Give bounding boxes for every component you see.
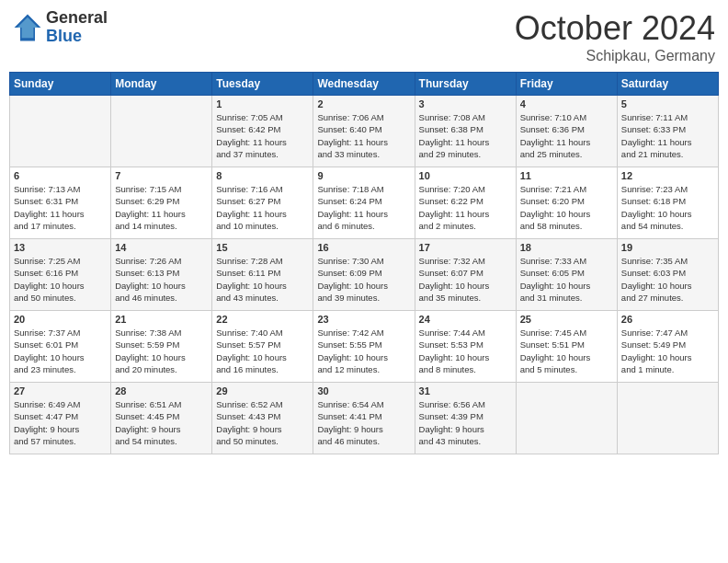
week-row: 27Sunrise: 6:49 AM Sunset: 4:47 PM Dayli… [10,383,719,454]
calendar-cell [516,383,617,454]
day-header-tuesday: Tuesday [212,73,313,96]
logo-icon [13,13,42,42]
day-number: 11 [520,170,613,181]
header-row: SundayMondayTuesdayWednesdayThursdayFrid… [10,73,719,96]
calendar-cell: 16Sunrise: 7:30 AM Sunset: 6:09 PM Dayli… [313,239,415,311]
day-number: 4 [520,98,613,109]
day-info: Sunrise: 7:05 AM Sunset: 6:42 PM Dayligh… [216,111,309,160]
calendar-cell: 3Sunrise: 7:08 AM Sunset: 6:38 PM Daylig… [415,96,516,167]
logo-general: General [46,9,108,28]
day-info: Sunrise: 7:38 AM Sunset: 5:59 PM Dayligh… [115,327,208,375]
calendar-cell: 7Sunrise: 7:15 AM Sunset: 6:29 PM Daylig… [111,167,212,239]
day-header-thursday: Thursday [415,73,516,96]
calendar-cell [111,96,212,167]
day-info: Sunrise: 7:20 AM Sunset: 6:22 PM Dayligh… [419,183,512,232]
day-info: Sunrise: 7:06 AM Sunset: 6:40 PM Dayligh… [317,111,410,160]
day-number: 15 [216,242,309,253]
day-number: 20 [14,314,107,325]
calendar-cell [617,383,718,454]
day-number: 23 [317,314,410,325]
calendar-cell: 11Sunrise: 7:21 AM Sunset: 6:20 PM Dayli… [516,167,617,239]
day-info: Sunrise: 6:54 AM Sunset: 4:41 PM Dayligh… [317,398,410,447]
day-number: 7 [115,170,208,181]
calendar-cell: 20Sunrise: 7:37 AM Sunset: 6:01 PM Dayli… [10,311,111,383]
calendar-cell: 4Sunrise: 7:10 AM Sunset: 6:36 PM Daylig… [516,96,617,167]
day-number: 18 [520,242,613,253]
day-header-saturday: Saturday [617,73,718,96]
day-info: Sunrise: 6:52 AM Sunset: 4:43 PM Dayligh… [216,398,309,447]
day-number: 30 [317,385,410,396]
day-header-friday: Friday [516,73,617,96]
day-info: Sunrise: 6:49 AM Sunset: 4:47 PM Dayligh… [14,398,107,447]
week-row: 6Sunrise: 7:13 AM Sunset: 6:31 PM Daylig… [10,167,719,239]
day-number: 29 [216,385,309,396]
day-number: 31 [419,385,512,396]
day-info: Sunrise: 7:25 AM Sunset: 6:16 PM Dayligh… [14,255,107,304]
day-number: 22 [216,314,309,325]
day-number: 17 [419,242,512,253]
day-number: 19 [621,242,714,253]
calendar-cell: 5Sunrise: 7:11 AM Sunset: 6:33 PM Daylig… [617,96,718,167]
logo-blue: Blue [46,28,108,46]
day-number: 16 [317,242,410,253]
day-number: 26 [621,314,714,325]
calendar-cell: 31Sunrise: 6:56 AM Sunset: 4:39 PM Dayli… [415,383,516,454]
calendar-cell: 13Sunrise: 7:25 AM Sunset: 6:16 PM Dayli… [10,239,111,311]
day-number: 21 [115,314,208,325]
calendar-cell: 22Sunrise: 7:40 AM Sunset: 5:57 PM Dayli… [212,311,313,383]
calendar-cell: 6Sunrise: 7:13 AM Sunset: 6:31 PM Daylig… [10,167,111,239]
calendar-cell: 23Sunrise: 7:42 AM Sunset: 5:55 PM Dayli… [313,311,415,383]
calendar-cell [10,96,111,167]
day-number: 13 [14,242,107,253]
day-info: Sunrise: 7:32 AM Sunset: 6:07 PM Dayligh… [419,255,512,304]
day-info: Sunrise: 7:11 AM Sunset: 6:33 PM Dayligh… [621,111,714,160]
calendar-cell: 29Sunrise: 6:52 AM Sunset: 4:43 PM Dayli… [212,383,313,454]
day-info: Sunrise: 7:10 AM Sunset: 6:36 PM Dayligh… [520,111,613,160]
day-number: 6 [14,170,107,181]
calendar-cell: 9Sunrise: 7:18 AM Sunset: 6:24 PM Daylig… [313,167,415,239]
calendar-cell: 17Sunrise: 7:32 AM Sunset: 6:07 PM Dayli… [415,239,516,311]
day-number: 24 [419,314,512,325]
day-info: Sunrise: 7:33 AM Sunset: 6:05 PM Dayligh… [520,255,613,304]
week-row: 1Sunrise: 7:05 AM Sunset: 6:42 PM Daylig… [10,96,719,167]
location: Schipkau, Germany [515,48,715,64]
calendar-cell: 25Sunrise: 7:45 AM Sunset: 5:51 PM Dayli… [516,311,617,383]
calendar-cell: 24Sunrise: 7:44 AM Sunset: 5:53 PM Dayli… [415,311,516,383]
day-number: 1 [216,98,309,109]
page-header: General Blue October 2024 Schipkau, Germ… [9,9,719,64]
day-info: Sunrise: 7:08 AM Sunset: 6:38 PM Dayligh… [419,111,512,160]
day-number: 28 [115,385,208,396]
calendar-cell: 28Sunrise: 6:51 AM Sunset: 4:45 PM Dayli… [111,383,212,454]
day-info: Sunrise: 7:37 AM Sunset: 6:01 PM Dayligh… [14,327,107,375]
calendar-cell: 14Sunrise: 7:26 AM Sunset: 6:13 PM Dayli… [111,239,212,311]
calendar-cell: 26Sunrise: 7:47 AM Sunset: 5:49 PM Dayli… [617,311,718,383]
calendar-cell: 12Sunrise: 7:23 AM Sunset: 6:18 PM Dayli… [617,167,718,239]
day-info: Sunrise: 7:45 AM Sunset: 5:51 PM Dayligh… [520,327,613,375]
calendar-table: SundayMondayTuesdayWednesdayThursdayFrid… [9,72,719,454]
day-info: Sunrise: 7:35 AM Sunset: 6:03 PM Dayligh… [621,255,714,304]
day-info: Sunrise: 7:44 AM Sunset: 5:53 PM Dayligh… [419,327,512,375]
day-number: 14 [115,242,208,253]
day-info: Sunrise: 7:30 AM Sunset: 6:09 PM Dayligh… [317,255,410,304]
calendar-cell: 10Sunrise: 7:20 AM Sunset: 6:22 PM Dayli… [415,167,516,239]
day-number: 3 [419,98,512,109]
day-number: 9 [317,170,410,181]
day-info: Sunrise: 7:21 AM Sunset: 6:20 PM Dayligh… [520,183,613,232]
week-row: 20Sunrise: 7:37 AM Sunset: 6:01 PM Dayli… [10,311,719,383]
day-info: Sunrise: 6:51 AM Sunset: 4:45 PM Dayligh… [115,398,208,447]
calendar-cell: 15Sunrise: 7:28 AM Sunset: 6:11 PM Dayli… [212,239,313,311]
calendar-cell: 1Sunrise: 7:05 AM Sunset: 6:42 PM Daylig… [212,96,313,167]
day-number: 2 [317,98,410,109]
calendar-cell: 21Sunrise: 7:38 AM Sunset: 5:59 PM Dayli… [111,311,212,383]
day-number: 10 [419,170,512,181]
day-header-sunday: Sunday [10,73,111,96]
day-info: Sunrise: 7:40 AM Sunset: 5:57 PM Dayligh… [216,327,309,375]
day-number: 5 [621,98,714,109]
month-title: October 2024 [515,9,715,48]
day-info: Sunrise: 6:56 AM Sunset: 4:39 PM Dayligh… [419,398,512,447]
day-number: 25 [520,314,613,325]
day-info: Sunrise: 7:26 AM Sunset: 6:13 PM Dayligh… [115,255,208,304]
day-header-monday: Monday [111,73,212,96]
day-info: Sunrise: 7:13 AM Sunset: 6:31 PM Dayligh… [14,183,107,232]
day-header-wednesday: Wednesday [313,73,415,96]
